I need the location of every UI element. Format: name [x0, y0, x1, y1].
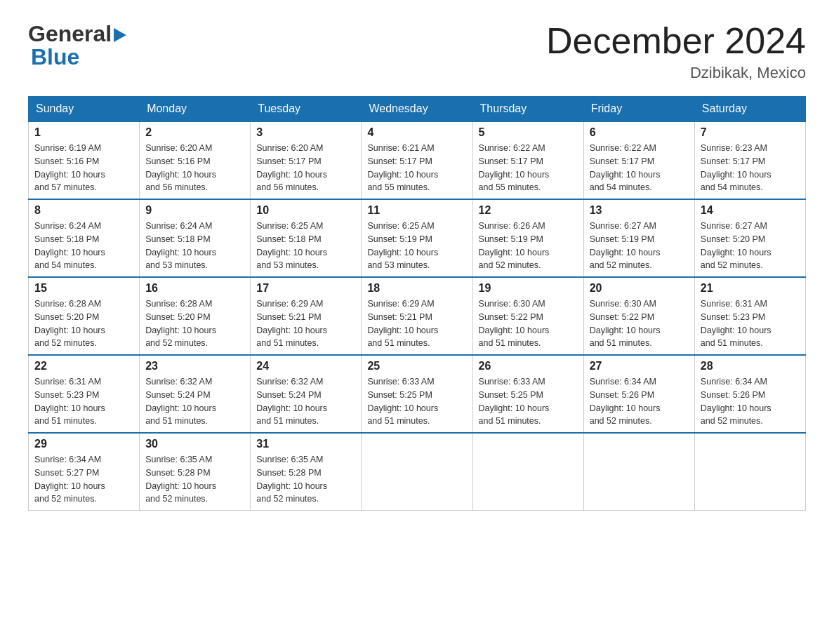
calendar-day-cell: 5 Sunrise: 6:22 AMSunset: 5:17 PMDayligh… [472, 121, 583, 199]
calendar-day-cell [362, 433, 472, 511]
calendar-day-cell: 3 Sunrise: 6:20 AMSunset: 5:17 PMDayligh… [251, 121, 362, 199]
day-info: Sunrise: 6:29 AMSunset: 5:21 PMDaylight:… [256, 297, 355, 350]
day-number: 6 [590, 126, 689, 139]
calendar-day-cell: 15 Sunrise: 6:28 AMSunset: 5:20 PMDaylig… [29, 277, 140, 355]
day-info: Sunrise: 6:20 AMSunset: 5:17 PMDaylight:… [256, 142, 355, 194]
calendar-table: SundayMondayTuesdayWednesdayThursdayFrid… [28, 96, 806, 511]
calendar-day-cell: 21 Sunrise: 6:31 AMSunset: 5:23 PMDaylig… [694, 277, 805, 355]
day-info: Sunrise: 6:29 AMSunset: 5:21 PMDaylight:… [367, 297, 466, 350]
day-number: 24 [256, 360, 355, 373]
calendar-day-cell: 25 Sunrise: 6:33 AMSunset: 5:25 PMDaylig… [362, 355, 472, 433]
day-number: 2 [145, 126, 244, 139]
day-info: Sunrise: 6:23 AMSunset: 5:17 PMDaylight:… [701, 142, 800, 194]
weekday-header-saturday: Saturday [694, 97, 805, 122]
weekday-header-monday: Monday [140, 97, 251, 122]
day-number: 28 [701, 360, 800, 373]
day-info: Sunrise: 6:26 AMSunset: 5:19 PMDaylight:… [479, 220, 578, 272]
day-number: 29 [34, 438, 133, 450]
day-number: 11 [367, 204, 466, 217]
calendar-day-cell: 23 Sunrise: 6:32 AMSunset: 5:24 PMDaylig… [140, 355, 251, 433]
calendar-day-cell: 20 Sunrise: 6:30 AMSunset: 5:22 PMDaylig… [583, 277, 694, 355]
day-info: Sunrise: 6:25 AMSunset: 5:19 PMDaylight:… [367, 220, 466, 272]
day-number: 4 [367, 126, 466, 139]
day-info: Sunrise: 6:34 AMSunset: 5:26 PMDaylight:… [590, 375, 689, 428]
day-info: Sunrise: 6:30 AMSunset: 5:22 PMDaylight:… [590, 297, 689, 350]
calendar-day-cell: 8 Sunrise: 6:24 AMSunset: 5:18 PMDayligh… [29, 199, 140, 277]
day-number: 27 [590, 360, 689, 373]
day-number: 18 [367, 282, 466, 295]
day-number: 1 [34, 126, 133, 139]
calendar-day-cell: 12 Sunrise: 6:26 AMSunset: 5:19 PMDaylig… [472, 199, 583, 277]
day-info: Sunrise: 6:24 AMSunset: 5:18 PMDaylight:… [145, 220, 244, 272]
day-info: Sunrise: 6:32 AMSunset: 5:24 PMDaylight:… [145, 375, 244, 428]
day-number: 16 [145, 282, 244, 295]
calendar-week-row: 8 Sunrise: 6:24 AMSunset: 5:18 PMDayligh… [29, 199, 806, 277]
calendar-day-cell: 6 Sunrise: 6:22 AMSunset: 5:17 PMDayligh… [583, 121, 694, 199]
day-info: Sunrise: 6:22 AMSunset: 5:17 PMDaylight:… [590, 142, 689, 194]
weekday-header-row: SundayMondayTuesdayWednesdayThursdayFrid… [29, 97, 806, 122]
calendar-week-row: 29 Sunrise: 6:34 AMSunset: 5:27 PMDaylig… [29, 433, 806, 511]
calendar-day-cell: 26 Sunrise: 6:33 AMSunset: 5:25 PMDaylig… [472, 355, 583, 433]
day-number: 20 [590, 282, 689, 295]
calendar-day-cell: 1 Sunrise: 6:19 AMSunset: 5:16 PMDayligh… [29, 121, 140, 199]
day-info: Sunrise: 6:22 AMSunset: 5:17 PMDaylight:… [479, 142, 578, 194]
calendar-day-cell: 13 Sunrise: 6:27 AMSunset: 5:19 PMDaylig… [583, 199, 694, 277]
calendar-day-cell: 2 Sunrise: 6:20 AMSunset: 5:16 PMDayligh… [140, 121, 251, 199]
calendar-week-row: 15 Sunrise: 6:28 AMSunset: 5:20 PMDaylig… [29, 277, 806, 355]
calendar-day-cell [583, 433, 694, 511]
day-number: 5 [479, 126, 578, 139]
day-number: 30 [145, 438, 244, 450]
day-info: Sunrise: 6:25 AMSunset: 5:18 PMDaylight:… [256, 220, 355, 272]
day-number: 31 [256, 438, 355, 450]
logo: General Blue [28, 21, 126, 70]
logo-general-text: General [28, 21, 112, 47]
day-number: 22 [34, 360, 133, 373]
month-title: December 2024 [546, 21, 806, 61]
day-info: Sunrise: 6:31 AMSunset: 5:23 PMDaylight:… [34, 375, 133, 428]
calendar-day-cell: 22 Sunrise: 6:31 AMSunset: 5:23 PMDaylig… [29, 355, 140, 433]
weekday-header-sunday: Sunday [29, 97, 140, 122]
logo-blue-text: Blue [31, 44, 126, 70]
weekday-header-wednesday: Wednesday [362, 97, 472, 122]
logo-line1: General [28, 21, 126, 47]
page-header: General Blue December 2024 Dzibikak, Mex… [28, 21, 806, 82]
day-info: Sunrise: 6:34 AMSunset: 5:26 PMDaylight:… [701, 375, 800, 428]
day-number: 12 [479, 204, 578, 217]
weekday-header-friday: Friday [583, 97, 694, 122]
day-info: Sunrise: 6:27 AMSunset: 5:20 PMDaylight:… [701, 220, 800, 272]
day-number: 9 [145, 204, 244, 217]
calendar-day-cell: 9 Sunrise: 6:24 AMSunset: 5:18 PMDayligh… [140, 199, 251, 277]
day-number: 7 [701, 126, 800, 139]
calendar-day-cell [694, 433, 805, 511]
day-number: 17 [256, 282, 355, 295]
day-number: 3 [256, 126, 355, 139]
calendar-day-cell: 14 Sunrise: 6:27 AMSunset: 5:20 PMDaylig… [694, 199, 805, 277]
day-info: Sunrise: 6:33 AMSunset: 5:25 PMDaylight:… [367, 375, 466, 428]
calendar-week-row: 1 Sunrise: 6:19 AMSunset: 5:16 PMDayligh… [29, 121, 806, 199]
day-number: 10 [256, 204, 355, 217]
day-info: Sunrise: 6:27 AMSunset: 5:19 PMDaylight:… [590, 220, 689, 272]
day-number: 23 [145, 360, 244, 373]
day-info: Sunrise: 6:35 AMSunset: 5:28 PMDaylight:… [256, 453, 355, 506]
day-info: Sunrise: 6:24 AMSunset: 5:18 PMDaylight:… [34, 220, 133, 272]
day-number: 15 [34, 282, 133, 295]
day-number: 14 [701, 204, 800, 217]
day-number: 25 [367, 360, 466, 373]
calendar-day-cell: 18 Sunrise: 6:29 AMSunset: 5:21 PMDaylig… [362, 277, 472, 355]
calendar-day-cell: 11 Sunrise: 6:25 AMSunset: 5:19 PMDaylig… [362, 199, 472, 277]
day-number: 13 [590, 204, 689, 217]
calendar-day-cell: 19 Sunrise: 6:30 AMSunset: 5:22 PMDaylig… [472, 277, 583, 355]
day-info: Sunrise: 6:31 AMSunset: 5:23 PMDaylight:… [701, 297, 800, 350]
calendar-day-cell: 30 Sunrise: 6:35 AMSunset: 5:28 PMDaylig… [140, 433, 251, 511]
day-number: 26 [479, 360, 578, 373]
calendar-day-cell: 17 Sunrise: 6:29 AMSunset: 5:21 PMDaylig… [251, 277, 362, 355]
weekday-header-tuesday: Tuesday [251, 97, 362, 122]
day-info: Sunrise: 6:33 AMSunset: 5:25 PMDaylight:… [479, 375, 578, 428]
calendar-week-row: 22 Sunrise: 6:31 AMSunset: 5:23 PMDaylig… [29, 355, 806, 433]
day-number: 19 [479, 282, 578, 295]
calendar-day-cell: 16 Sunrise: 6:28 AMSunset: 5:20 PMDaylig… [140, 277, 251, 355]
calendar-day-cell: 24 Sunrise: 6:32 AMSunset: 5:24 PMDaylig… [251, 355, 362, 433]
day-info: Sunrise: 6:20 AMSunset: 5:16 PMDaylight:… [145, 142, 244, 194]
day-info: Sunrise: 6:19 AMSunset: 5:16 PMDaylight:… [34, 142, 133, 194]
day-info: Sunrise: 6:21 AMSunset: 5:17 PMDaylight:… [367, 142, 466, 194]
